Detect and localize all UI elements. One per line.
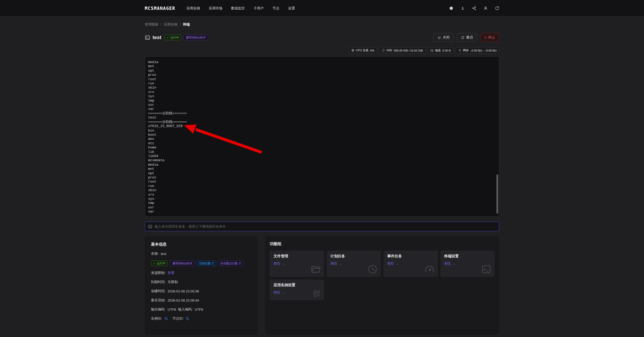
info-row-resource: 资源限制: 查看 (151, 271, 251, 275)
tile-goto-link[interactable]: 前往→ (274, 290, 285, 295)
share-icon[interactable] (472, 6, 476, 10)
terminal-line: bin (148, 129, 496, 133)
terminal-line: ═══════分割线═══════ (148, 111, 496, 116)
check-icon: ✓ (167, 36, 169, 39)
terminal-line: test (148, 116, 496, 120)
restart-button[interactable]: 重启 (457, 33, 477, 42)
breadcrumb-separator: / (161, 22, 162, 26)
copy-instance-id-icon[interactable] (164, 317, 168, 320)
stat-disk: 磁盘0.00 B (428, 47, 453, 54)
terminal-output[interactable]: mediamntoptprocrootrunsbinsrvsystmpusrva… (145, 56, 499, 217)
tile-goto-link[interactable]: 前往→ (387, 261, 399, 266)
terminal-icon (481, 264, 491, 274)
terminal-line: media (148, 163, 496, 167)
app-logo[interactable]: MCSMANAGER (145, 6, 175, 11)
terminal-line: mnt (148, 64, 496, 68)
terminal-line: mcsmdata (148, 158, 496, 163)
close-button[interactable]: 关闭 (433, 33, 454, 42)
command-input[interactable] (155, 224, 496, 228)
terminal-icon (145, 35, 150, 40)
terminal-line: sys (148, 197, 496, 201)
status-badge-label: 运行中 (170, 36, 179, 40)
terminal-line: sbin (148, 86, 496, 90)
memory-icon (382, 49, 385, 52)
terminal-line: run (148, 184, 496, 188)
terminate-button[interactable]: × 终止 (480, 33, 499, 42)
type-badge: 通用控制台程序 (170, 260, 194, 266)
nav-item-instances[interactable]: 应用实例 (182, 0, 204, 16)
tile-title: 应用实例设置 (274, 283, 320, 288)
terminal-line: run (148, 82, 496, 86)
terminal-line: root (148, 180, 496, 184)
terminal-line: tmp (148, 201, 496, 205)
stat-network: 网络↓0.00 B/s - ↑0.00 B/s (456, 47, 500, 54)
info-row-expire: 到期时间: 无限制 (151, 280, 251, 284)
user-icon[interactable] (483, 6, 488, 10)
breadcrumb-item: 终端 (183, 22, 190, 26)
info-row-last-start: 最后启动: 2026-02-08 22:06:44 (151, 298, 251, 303)
breadcrumb-separator: / (180, 22, 181, 26)
nav-item-market[interactable]: 应用市场 (204, 0, 227, 16)
auto-restarts-badge: 自动重启次数: 0 (218, 260, 243, 266)
breadcrumb-item[interactable]: 应用实例 (164, 22, 178, 26)
tile-goto-link[interactable]: 前往→ (331, 261, 342, 266)
stat-cpu: CPU 负载0% (349, 47, 377, 54)
restart-icon (461, 36, 464, 39)
breadcrumb: 管理面板/应用实例/终端 (145, 16, 499, 27)
terminal-line: dev (148, 137, 496, 141)
tile-title: 事件任务 (387, 254, 434, 259)
terminal-line: tmp (148, 99, 496, 103)
terminal-line: ═══════分割线═══════ (148, 120, 496, 124)
terminal-line: var (148, 107, 496, 111)
terminate-button-label: 终止 (488, 35, 495, 40)
grid-icon (313, 290, 321, 298)
terminal-line: sbin (148, 188, 496, 192)
github-icon[interactable] (449, 6, 453, 10)
terminal-line: usr (148, 103, 496, 107)
gauge-icon (424, 264, 435, 274)
terminal-lines: mediamntoptprocrootrunsbinsrvsystmpusrva… (148, 60, 496, 214)
basic-info-card: 基本信息 名称: test ✓运行中通用控制台程序启动次数: 2自动重启次数: … (145, 236, 258, 335)
info-row-created: 创建时间: 2026-02-08 22:05:06 (151, 289, 251, 294)
terminal-line: home (148, 146, 496, 150)
download-icon[interactable] (460, 6, 465, 10)
terminal-line: oTHIS_IS_ROOT_DIR (148, 124, 496, 128)
tile-goto-link[interactable]: 前往→ (274, 261, 285, 266)
instance-name: test (153, 35, 161, 40)
main-nav: 应用实例应用市场数据监控子用户节点设置 (182, 0, 299, 16)
info-row-name: 名称: test (151, 251, 251, 256)
view-resource-link[interactable]: 查看 (168, 271, 174, 275)
status-badge: ✓运行中 (151, 260, 168, 266)
network-icon (458, 49, 462, 52)
arrow-right-icon: → (339, 262, 342, 266)
stat-memory: 内存560.00 KiB / 15.62 GiB (379, 47, 426, 54)
arrow-right-icon: → (395, 262, 399, 266)
tile-app-settings: 应用实例设置前往→ (270, 279, 324, 300)
nav-item-settings[interactable]: 设置 (284, 0, 299, 16)
terminal-line: sys (148, 94, 496, 98)
nav-item-subusers[interactable]: 子用户 (249, 0, 268, 16)
tile-title: 文件管理 (274, 254, 320, 259)
cpu-icon (351, 49, 355, 52)
check-icon: ✓ (153, 262, 155, 265)
arrow-right-icon: → (282, 262, 285, 266)
terminal-line: media (148, 60, 496, 64)
terminal-line: lib (148, 150, 496, 154)
terminal-line: mnt (148, 167, 496, 171)
refresh-icon[interactable] (495, 6, 499, 10)
type-badge: 通用控制台程序 (183, 35, 208, 40)
close-x-icon: × (484, 36, 487, 39)
close-button-label: 关闭 (443, 35, 450, 40)
terminal-line: proc (148, 73, 496, 77)
tile-goto-link[interactable]: 前往→ (444, 261, 456, 266)
terminal-scrollbar[interactable] (496, 174, 498, 214)
terminal-line: proc (148, 176, 496, 180)
breadcrumb-item[interactable]: 管理面板 (145, 22, 158, 26)
clock-icon (367, 264, 378, 274)
info-row-ids: 实例ID: 节点ID: (151, 316, 251, 321)
tile-terminal-setup: 终端设置前往→ (440, 251, 495, 277)
copy-node-id-icon[interactable] (186, 317, 189, 320)
nav-item-nodes[interactable]: 节点 (268, 0, 284, 16)
resource-stats: CPU 负载0% 内存560.00 KiB / 15.62 GiB 磁盘0.00… (145, 47, 499, 54)
nav-item-monitor[interactable]: 数据监控 (227, 0, 249, 16)
